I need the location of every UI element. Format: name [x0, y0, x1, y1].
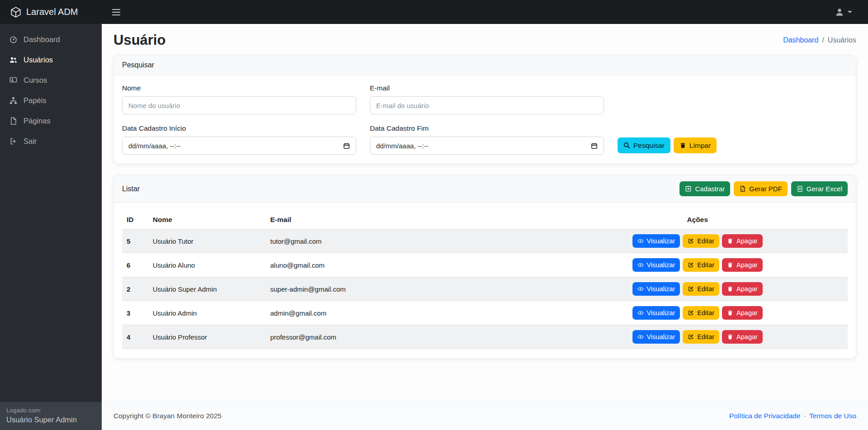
col-header-nome: Nome — [148, 212, 266, 229]
edit-button[interactable]: Editar — [683, 306, 719, 320]
generate-excel-button[interactable]: Gerar Excel — [791, 181, 848, 196]
main-footer: Copyright © Brayan Monteiro 2025 Polític… — [102, 401, 868, 430]
trash-icon — [727, 334, 733, 340]
edit-button[interactable]: Editar — [683, 234, 719, 248]
view-button[interactable]: Visualizar — [632, 234, 680, 248]
cell-email: super-admin@gmail.com — [266, 277, 547, 301]
cell-nome: Usuário Admin — [148, 301, 266, 325]
sidebar-item-label: Cursos — [24, 76, 47, 85]
delete-button-label: Apagar — [736, 261, 758, 269]
sidebar-item-dashboard[interactable]: Dashboard — [0, 29, 102, 50]
pages-icon — [9, 117, 18, 125]
app-root: Laravel ADM — [0, 0, 868, 430]
search-card-header: Pesquisar — [114, 56, 856, 75]
roles-icon — [9, 96, 18, 105]
cell-actions: Visualizar Editar — [547, 229, 848, 253]
delete-button[interactable]: Apagar — [722, 282, 763, 296]
generate-pdf-button[interactable]: Gerar PDF — [734, 181, 788, 196]
laravel-logo-icon — [10, 6, 22, 18]
table-header-row: ID Nome E-mail Ações — [122, 212, 848, 229]
edit-button-label: Editar — [697, 261, 714, 269]
search-card-title: Pesquisar — [122, 61, 154, 69]
view-button[interactable]: Visualizar — [632, 282, 680, 296]
delete-button[interactable]: Apagar — [722, 258, 763, 272]
table-row: 4 Usuário Professor professor@gmail.com … — [122, 325, 848, 349]
list-card-header: Listar Cadastrar — [114, 175, 856, 203]
search-form-row-2: Data Cadastro Início dd/mm/aaaa, --:-- — [122, 124, 848, 155]
sidebar-nav: Dashboard Usuários — [0, 24, 102, 151]
nome-label: Nome — [122, 84, 356, 92]
view-button[interactable]: Visualizar — [632, 306, 680, 320]
sidebar-item-sair[interactable]: Sair — [0, 131, 102, 151]
edit-button[interactable]: Editar — [683, 330, 719, 344]
cell-nome: Usuário Super Admin — [148, 277, 266, 301]
delete-button[interactable]: Apagar — [722, 330, 763, 344]
view-button[interactable]: Visualizar — [632, 330, 680, 344]
page-header: Usuário Dashboard / Usuários — [113, 32, 856, 48]
sidebar-logged-in-panel: Logado com: Usuário Super Admin — [0, 402, 102, 430]
cell-id: 3 — [122, 301, 148, 325]
nome-input[interactable] — [122, 96, 356, 114]
trash-icon — [727, 262, 733, 268]
trash-icon — [727, 238, 733, 244]
page-title: Usuário — [113, 32, 165, 48]
delete-button-label: Apagar — [736, 309, 758, 317]
generate-pdf-button-label: Gerar PDF — [749, 185, 782, 193]
delete-button[interactable]: Apagar — [722, 306, 763, 320]
generate-excel-button-label: Gerar Excel — [807, 185, 842, 193]
eye-icon — [637, 286, 644, 292]
pencil-square-icon — [688, 262, 694, 268]
trash-icon — [727, 310, 733, 316]
view-button-label: Visualizar — [647, 237, 675, 245]
sidebar-item-usuarios[interactable]: Usuários — [0, 50, 102, 70]
terms-of-use-link[interactable]: Termos de Uso — [809, 412, 856, 420]
calendar-icon — [591, 142, 598, 149]
users-icon — [9, 56, 18, 64]
date-end-input[interactable]: dd/mm/aaaa, --:-- — [370, 137, 604, 155]
edit-button-label: Editar — [697, 309, 714, 317]
cell-nome: Usuário Tutor — [148, 229, 266, 253]
clear-button[interactable]: Limpar — [674, 137, 717, 153]
breadcrumb-dashboard-link[interactable]: Dashboard — [783, 36, 818, 44]
privacy-policy-link[interactable]: Política de Privacidade — [729, 412, 801, 420]
pencil-square-icon — [688, 310, 694, 316]
edit-button[interactable]: Editar — [683, 282, 719, 296]
create-button-label: Cadastrar — [695, 185, 725, 193]
cell-actions: Visualizar Editar — [547, 253, 848, 277]
brand[interactable]: Laravel ADM — [0, 6, 102, 18]
search-button-label: Pesquisar — [633, 142, 665, 150]
footer-links: Política de Privacidade · Termos de Uso — [729, 412, 856, 420]
courses-icon — [9, 76, 18, 85]
col-header-id: ID — [122, 212, 148, 229]
sidebar-item-label: Sair — [24, 137, 37, 146]
eye-icon — [637, 334, 644, 340]
pencil-square-icon — [688, 286, 694, 292]
delete-button[interactable]: Apagar — [722, 234, 763, 248]
sidebar-item-label: Usuários — [24, 56, 53, 64]
email-input[interactable] — [370, 96, 604, 114]
sidebar-item-paginas[interactable]: Páginas — [0, 111, 102, 131]
eye-icon — [637, 238, 644, 244]
trash-icon — [727, 286, 733, 292]
breadcrumb: Dashboard / Usuários — [783, 36, 856, 44]
sidebar-toggle-button[interactable] — [112, 8, 121, 16]
search-button[interactable]: Pesquisar — [618, 137, 670, 153]
edit-button[interactable]: Editar — [683, 258, 719, 272]
create-button[interactable]: Cadastrar — [679, 181, 730, 196]
sidebar-item-cursos[interactable]: Cursos — [0, 70, 102, 90]
copyright-text: Copyright © Brayan Monteiro 2025 — [113, 412, 222, 420]
edit-button-label: Editar — [697, 237, 714, 245]
view-button[interactable]: Visualizar — [632, 258, 680, 272]
calendar-icon — [343, 142, 350, 149]
field-email: E-mail — [370, 84, 604, 114]
eye-icon — [637, 262, 644, 268]
breadcrumb-separator: / — [822, 36, 824, 44]
cell-id: 2 — [122, 277, 148, 301]
cell-email: tutor@gmail.com — [266, 229, 547, 253]
sidebar-item-papeis[interactable]: Papéis — [0, 90, 102, 111]
date-start-input[interactable]: dd/mm/aaaa, --:-- — [122, 137, 356, 155]
main-content: Usuário Dashboard / Usuários Pesquisar — [102, 24, 868, 401]
search-icon — [623, 142, 630, 149]
user-menu[interactable] — [835, 7, 852, 17]
sidebar: Dashboard Usuários — [0, 24, 102, 430]
